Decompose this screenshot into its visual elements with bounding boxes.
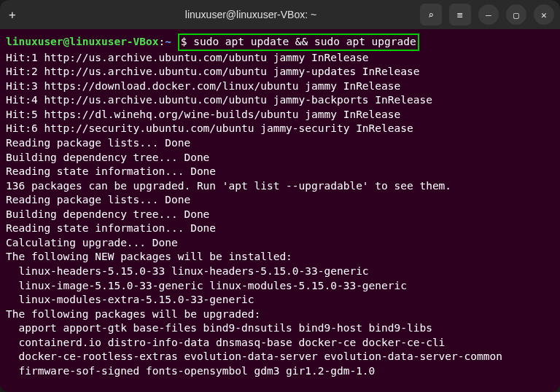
menu-button[interactable]: ≡	[449, 4, 471, 26]
output-line: Reading state information... Done	[6, 222, 554, 236]
new-tab-icon[interactable]: +	[6, 5, 19, 25]
output-line: 136 packages can be upgraded. Run 'apt l…	[6, 179, 554, 194]
maximize-icon: ▢	[513, 9, 519, 20]
output-line: linux-modules-extra-5.15.0-33-generic	[6, 293, 554, 307]
close-icon: ✕	[541, 9, 547, 20]
output-line: Building dependency tree... Done	[6, 208, 554, 222]
output-line: Hit:3 https://download.docker.com/linux/…	[6, 79, 554, 94]
output-line: Reading package lists... Done	[6, 136, 554, 151]
output-line: The following packages will be upgraded:	[6, 307, 554, 322]
prompt-dollar: $	[181, 36, 193, 47]
titlebar-left: +	[6, 5, 93, 25]
output-line: Hit:4 http://us.archive.ubuntu.com/ubunt…	[6, 93, 554, 108]
prompt-line: linuxuser@linuxuser-VBox:~ $ sudo apt up…	[6, 34, 554, 51]
output-line: docker-ce-rootless-extras evolution-data…	[6, 350, 554, 364]
search-button[interactable]: ⌕	[420, 4, 442, 26]
minimize-icon: —	[486, 9, 491, 20]
titlebar-right: ⌕ ≡ — ▢ ✕	[408, 4, 554, 26]
titlebar: + linuxuser@linuxuser-VBox: ~ ⌕ ≡ — ▢ ✕	[0, 0, 560, 29]
output-line: Reading state information... Done	[6, 165, 554, 179]
output-line: linux-image-5.15.0-33-generic linux-modu…	[6, 279, 554, 294]
output-line: linux-headers-5.15.0-33 linux-headers-5.…	[6, 264, 554, 279]
output-line: The following NEW packages will be insta…	[6, 250, 554, 264]
hamburger-icon: ≡	[457, 9, 463, 20]
prompt-colon: :	[159, 36, 166, 47]
command-highlight: $ sudo apt update && sudo apt upgrade	[178, 34, 419, 51]
output-line: Reading package lists... Done	[6, 193, 554, 208]
close-button[interactable]: ✕	[534, 4, 554, 25]
output-line: Hit:2 http://us.archive.ubuntu.com/ubunt…	[6, 65, 554, 79]
minimize-button[interactable]: —	[478, 4, 499, 25]
output-line: Hit:6 http://security.ubuntu.com/ubuntu …	[6, 122, 554, 136]
search-icon: ⌕	[428, 9, 434, 20]
output-line: apport apport-gtk base-files bind9-dnsut…	[6, 321, 554, 336]
command-text: sudo apt update && sudo apt upgrade	[193, 36, 416, 47]
prompt-path: ~	[165, 36, 171, 47]
output-line: containerd.io distro-info-data dnsmasq-b…	[6, 336, 554, 350]
output-line: firmware-sof-signed fonts-opensymbol gdm…	[6, 364, 554, 379]
output-line: Hit:5 https://dl.winehq.org/wine-builds/…	[6, 108, 554, 122]
window-title: linuxuser@linuxuser-VBox: ~	[93, 9, 408, 20]
output-line: Building dependency tree... Done	[6, 151, 554, 165]
maximize-button[interactable]: ▢	[506, 4, 526, 25]
output-line: Calculating upgrade... Done	[6, 236, 554, 251]
output-line: Hit:1 http://us.archive.ubuntu.com/ubunt…	[6, 51, 554, 66]
prompt-user-host: linuxuser@linuxuser-VBox	[6, 36, 159, 47]
terminal-body[interactable]: linuxuser@linuxuser-VBox:~ $ sudo apt up…	[0, 29, 560, 392]
terminal-window: + linuxuser@linuxuser-VBox: ~ ⌕ ≡ — ▢ ✕ …	[0, 0, 560, 392]
